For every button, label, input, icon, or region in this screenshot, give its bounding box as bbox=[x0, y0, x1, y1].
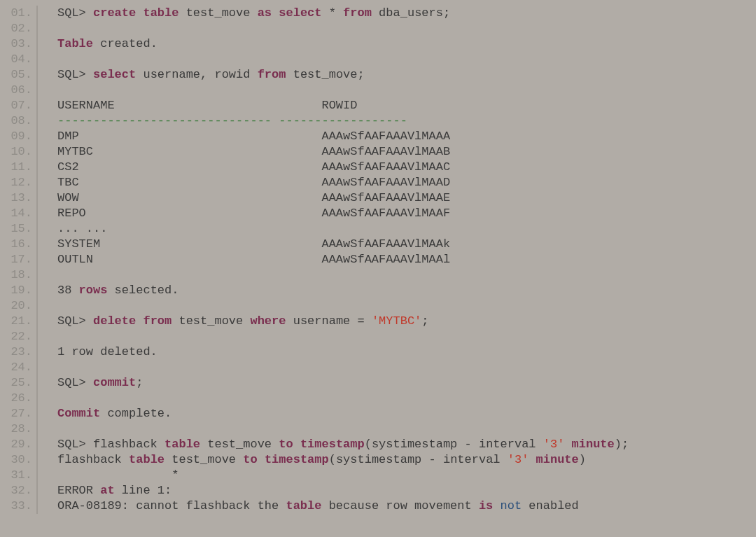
text-token bbox=[136, 6, 143, 20]
kw-token: select bbox=[93, 68, 136, 81]
line-number: 23. bbox=[0, 344, 36, 360]
text-token: enabled bbox=[522, 499, 579, 512]
text-token: OUTLN AAAwSfAAFAAAVlMAAl bbox=[57, 253, 450, 266]
text-token: test_move; bbox=[286, 68, 364, 81]
text-token: (systimestamp - interval bbox=[329, 453, 507, 466]
text-token: flashback bbox=[57, 453, 129, 466]
line-number: 20. bbox=[0, 298, 36, 314]
kw-token: minute bbox=[536, 453, 579, 466]
text-token: CS2 AAAwSfAAFAAAVlMAAC bbox=[57, 160, 450, 174]
line-number: 01. bbox=[0, 6, 36, 21]
text-token: ORA-08189: cannot flashback the bbox=[57, 499, 286, 512]
text-token bbox=[272, 6, 279, 20]
kw-token: table bbox=[286, 499, 321, 512]
line-number: 04. bbox=[0, 52, 36, 67]
code-line: ORA-08189: cannot flashback the table be… bbox=[57, 498, 629, 514]
code-line: flashback table test_move to timestamp(s… bbox=[57, 452, 629, 468]
code-line: Table created. bbox=[57, 36, 629, 52]
code-line: ERROR at line 1: bbox=[57, 483, 629, 498]
kw-token: rows bbox=[79, 284, 108, 297]
hdr-token: ------------------------------ ---------… bbox=[57, 114, 407, 127]
code-line bbox=[57, 329, 629, 344]
text-token: SQL> flashback bbox=[57, 438, 164, 451]
text-token: dba_users; bbox=[372, 6, 450, 20]
kw-token: to bbox=[279, 438, 293, 451]
text-token bbox=[293, 438, 300, 451]
line-number: 18. bbox=[0, 267, 36, 283]
code-line bbox=[57, 298, 629, 314]
str-token: '3' bbox=[507, 453, 529, 466]
text-token: SQL> bbox=[57, 6, 93, 20]
code-line bbox=[57, 267, 629, 283]
line-number: 26. bbox=[0, 391, 36, 406]
text-token: complete. bbox=[100, 407, 172, 420]
kw-token: Commit bbox=[57, 407, 100, 420]
text-token: ERROR bbox=[57, 484, 100, 497]
str-token: 'MYTBC' bbox=[372, 314, 421, 328]
text-token bbox=[136, 314, 143, 328]
text-token: * bbox=[57, 468, 178, 482]
code-area: SQL> create table test_move as select * … bbox=[38, 6, 629, 514]
kw-token: create bbox=[93, 6, 136, 20]
code-line: SQL> flashback table test_move to timest… bbox=[57, 437, 629, 452]
line-number: 09. bbox=[0, 129, 36, 144]
str-token: '3' bbox=[543, 438, 565, 451]
text-token: username, rowid bbox=[136, 68, 257, 81]
code-block: 01.02.03.04.05.06.07.08.09.10.11.12.13.1… bbox=[0, 0, 756, 519]
code-line: CS2 AAAwSfAAFAAAVlMAAC bbox=[57, 160, 629, 175]
code-line: REPO AAAwSfAAFAAAVlMAAF bbox=[57, 206, 629, 221]
text-token: ); bbox=[615, 438, 629, 451]
text-token: 38 bbox=[57, 284, 79, 297]
kw-token: as bbox=[258, 6, 272, 20]
text-token: ) bbox=[579, 453, 586, 466]
kw-token: table bbox=[129, 453, 164, 466]
text-token: MYTBC AAAwSfAAFAAAVlMAAB bbox=[57, 145, 450, 158]
kw-token: from bbox=[343, 6, 372, 20]
kw-token: timestamp bbox=[265, 453, 329, 466]
text-token: ; bbox=[421, 314, 428, 328]
text-token bbox=[493, 499, 500, 512]
line-number: 06. bbox=[0, 83, 36, 98]
kw-token: Table bbox=[57, 37, 93, 50]
text-token: ... ... bbox=[57, 222, 107, 235]
kw-token: select bbox=[279, 6, 321, 20]
line-number: 11. bbox=[0, 160, 36, 175]
text-token: selected. bbox=[107, 284, 178, 297]
code-line bbox=[57, 21, 629, 36]
code-line: SQL> select username, rowid from test_mo… bbox=[57, 67, 629, 83]
code-line bbox=[57, 83, 629, 98]
text-token: test_move bbox=[200, 438, 279, 451]
line-number: 19. bbox=[0, 283, 36, 298]
code-line bbox=[57, 391, 629, 406]
line-number: 16. bbox=[0, 237, 36, 252]
text-token: DMP AAAwSfAAFAAAVlMAAA bbox=[57, 130, 450, 143]
line-number: 14. bbox=[0, 206, 36, 221]
kw-token: from bbox=[143, 314, 172, 328]
text-token bbox=[258, 453, 265, 466]
line-number: 08. bbox=[0, 113, 36, 129]
code-line: OUTLN AAAwSfAAFAAAVlMAAl bbox=[57, 252, 629, 267]
line-number: 25. bbox=[0, 375, 36, 391]
line-number: 17. bbox=[0, 252, 36, 267]
line-number: 03. bbox=[0, 36, 36, 52]
text-token: USERNAME ROWID bbox=[57, 99, 357, 112]
text-token: test_move bbox=[178, 6, 257, 20]
line-number: 28. bbox=[0, 421, 36, 437]
line-number: 27. bbox=[0, 406, 36, 421]
code-line: SQL> delete from test_move where usernam… bbox=[57, 314, 629, 329]
kw-token: to bbox=[243, 453, 257, 466]
text-token: username = bbox=[286, 314, 371, 328]
text-token bbox=[528, 453, 536, 466]
line-number: 33. bbox=[0, 498, 36, 514]
line-number: 24. bbox=[0, 360, 36, 375]
kw-token: is bbox=[479, 499, 493, 512]
text-token: 1 row deleted. bbox=[57, 345, 158, 358]
kw-token: at bbox=[100, 484, 114, 497]
line-number: 30. bbox=[0, 452, 36, 468]
kw-token: table bbox=[143, 6, 178, 20]
kw-token: delete bbox=[93, 314, 136, 328]
code-line: USERNAME ROWID bbox=[57, 98, 629, 113]
line-number: 31. bbox=[0, 468, 36, 483]
code-line: 38 rows selected. bbox=[57, 283, 629, 298]
code-line: DMP AAAwSfAAFAAAVlMAAA bbox=[57, 129, 629, 144]
